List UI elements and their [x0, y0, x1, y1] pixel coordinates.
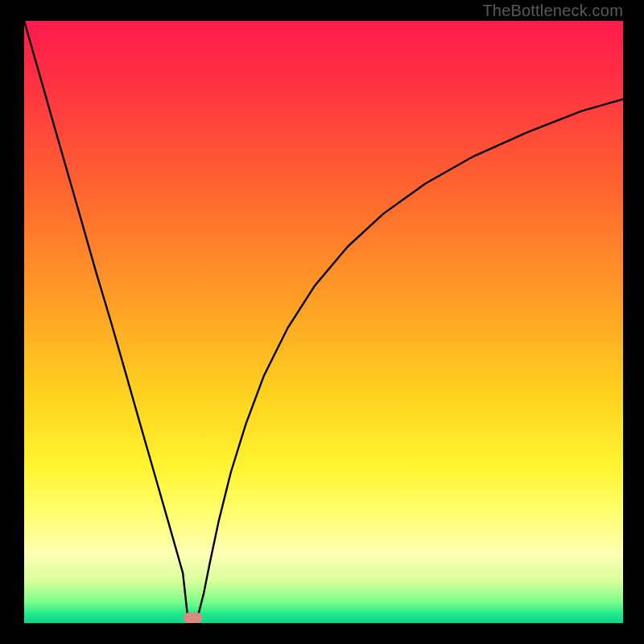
- curve-svg: [24, 21, 623, 623]
- curve-right-branch: [198, 99, 623, 617]
- chart-frame: TheBottleneck.com: [0, 0, 644, 644]
- minimum-marker: [184, 613, 202, 623]
- watermark-text: TheBottleneck.com: [482, 2, 623, 20]
- plot-area: [24, 21, 623, 623]
- curve-left-branch: [24, 21, 188, 617]
